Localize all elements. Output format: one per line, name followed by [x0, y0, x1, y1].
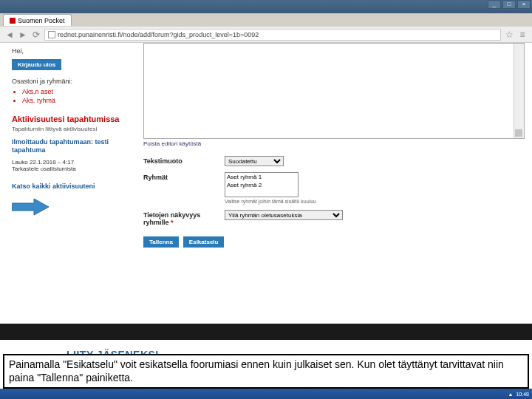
page-content: Hei, Kirjaudu ulos Osastoni ja ryhmäni: …	[0, 43, 532, 324]
group-link[interactable]: Aks.n aset	[22, 88, 53, 95]
url-text: rednet.punainenristi.fi/node/add/forum?g…	[58, 31, 259, 38]
list-item[interactable]: Aset ryhmä 2	[225, 181, 298, 189]
os-taskbar[interactable]: ▲ 10:48	[0, 389, 532, 399]
visibility-select[interactable]: Yllä ryhmän oletusasetuksia	[225, 210, 343, 220]
body-editor[interactable]	[143, 43, 525, 139]
footer-band	[0, 324, 532, 340]
arrow-right-icon	[12, 197, 49, 216]
sidebar: Hei, Kirjaudu ulos Osastoni ja ryhmäni: …	[0, 43, 140, 324]
instruction-callout: Painamalla "Esikatselu" voit esikatsella…	[3, 354, 529, 389]
greeting: Hei,	[12, 47, 133, 55]
groups-listbox[interactable]: Aset ryhmä 1 Aset ryhmä 2	[225, 172, 299, 197]
text-format-select[interactable]: Suodatettu	[225, 156, 284, 166]
window-titlebar: _ □ ×	[0, 0, 532, 13]
window-close[interactable]: ×	[517, 0, 531, 9]
browser-toolbar: ◄ ► ⟳ rednet.punainenristi.fi/node/add/f…	[0, 27, 532, 43]
scrollbar[interactable]	[514, 44, 524, 138]
back-icon[interactable]: ◄	[4, 30, 15, 40]
required-marker: *	[171, 219, 174, 226]
page-icon	[48, 31, 55, 38]
window-maximize[interactable]: □	[502, 0, 516, 9]
list-item[interactable]: Aset ryhmä 1	[225, 173, 298, 181]
event-register-link[interactable]: Ilmoittaudu tapahtumaan: testi tapahtuma	[12, 138, 133, 154]
event-view-label: Tarkastele osallistumista	[12, 166, 133, 172]
browser-tab-strip: Suomen Pocket	[0, 13, 532, 27]
tray-icon[interactable]: ▲	[508, 392, 514, 397]
menu-icon[interactable]: ≡	[517, 30, 528, 40]
groups-hint: Valitse ryhmät joihin tämä sisältö kuulu…	[225, 199, 525, 204]
browser-tab[interactable]: Suomen Pocket	[3, 14, 72, 26]
tab-title: Suomen Pocket	[18, 17, 65, 24]
view-all-activity-link[interactable]: Katso kaikki aktiivisuuteni	[12, 183, 133, 190]
groups-field-label: Ryhmät	[143, 172, 225, 181]
logout-button[interactable]: Kirjaudu ulos	[12, 59, 61, 70]
scrollbar-thumb[interactable]	[515, 129, 522, 137]
activity-heading: Aktiivisuutesi tapahtumissa	[12, 115, 133, 124]
forward-icon[interactable]: ►	[18, 30, 28, 40]
my-groups-label: Osastoni ja ryhmäni:	[12, 78, 133, 85]
main-form: Poista editori käytöstä Tekstimuoto Suod…	[140, 43, 532, 324]
text-format-label: Tekstimuoto	[143, 156, 225, 165]
bookmark-icon[interactable]: ☆	[504, 30, 514, 40]
group-link[interactable]: Aks. ryhmä	[22, 97, 55, 104]
svg-marker-0	[12, 199, 49, 215]
activity-subheading: Tapahtumiin liittyvä aktiivisuutesi	[12, 126, 133, 132]
save-button[interactable]: Tallenna	[143, 236, 179, 248]
callout-arrow	[12, 197, 133, 218]
preview-button[interactable]: Esikatselu	[183, 236, 225, 248]
my-groups-list: Aks.n aset Aks. ryhmä	[22, 88, 133, 104]
clock: 10:48	[516, 392, 529, 397]
address-bar[interactable]: rednet.punainenristi.fi/node/add/forum?g…	[44, 29, 501, 41]
window-minimize[interactable]: _	[488, 0, 501, 9]
visibility-label: Tietojen näkyvyys ryhmille *	[143, 210, 225, 226]
reload-icon[interactable]: ⟳	[31, 30, 41, 40]
toggle-editor-link[interactable]: Poista editori käytöstä	[143, 140, 525, 147]
favicon-icon	[10, 18, 16, 24]
event-date: Lauko 22.1.2018 – 4:17	[12, 159, 133, 166]
